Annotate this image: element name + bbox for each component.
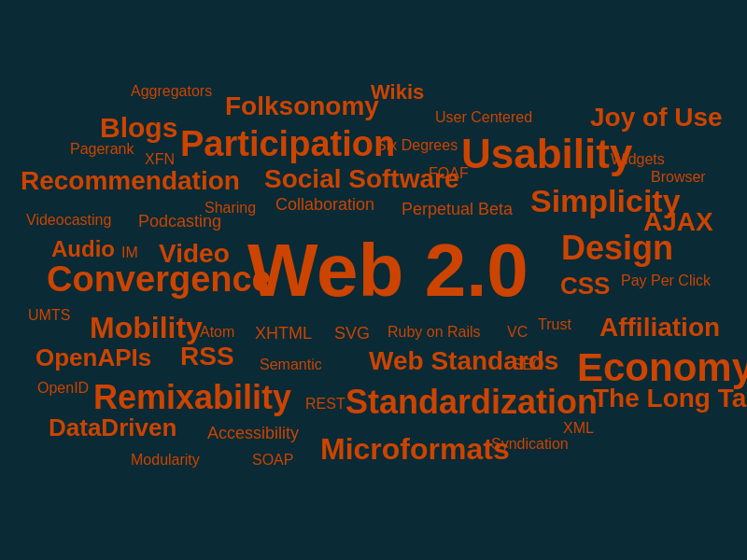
word-remixability: Remixability [93, 381, 291, 414]
word-foaf: FOAF [429, 166, 469, 181]
word-modularity: Modularity [131, 453, 200, 468]
word-xhtml: XHTML [255, 325, 312, 342]
word-browser: Browser [651, 170, 706, 185]
word-svg: SVG [334, 325, 370, 342]
word-atom: Atom [200, 325, 234, 340]
word-ajax: AJAX [643, 209, 713, 235]
word-pagerank: Pagerank [70, 142, 134, 157]
word-standardization: Standardization [345, 385, 598, 419]
word-affiliation: Affiliation [599, 315, 720, 341]
word-ruby-on-rails: Ruby on Rails [388, 325, 481, 340]
word-audio: Audio [51, 238, 115, 260]
word-vc: VC [507, 325, 528, 340]
word-semantic: Semantic [260, 357, 322, 372]
word-seo: SEO [513, 357, 544, 372]
word-openapis: OpenAPIs [35, 345, 151, 370]
word-cloud: Web 2.0ParticipationFolksonomyUsabilityS… [0, 0, 747, 560]
word-syndication: Syndication [491, 437, 569, 452]
word-design: Design [561, 231, 673, 265]
word-blogs: Blogs [100, 114, 177, 142]
word-rest: REST [305, 397, 345, 412]
word-datadriven: DataDriven [49, 415, 176, 440]
word-six-degrees: Six Degrees [376, 138, 458, 153]
word-joy-of-use: Joy of Use [590, 105, 723, 131]
word-participation: Participation [180, 126, 395, 161]
word-rss: RSS [180, 343, 234, 370]
word-soap: SOAP [252, 453, 293, 468]
word-perpetual-beta: Perpetual Beta [402, 201, 513, 217]
word-xml: XML [563, 421, 594, 436]
word-folksonomy: Folksonomy [225, 93, 379, 119]
word-pay-per-click: Pay Per Click [621, 273, 711, 288]
word-accessibility: Accessibility [207, 425, 299, 441]
word-css: CSS [560, 273, 610, 298]
word-recommendation: Recommendation [21, 168, 240, 194]
word-openid: OpenID [37, 381, 89, 396]
word-trust: Trust [538, 317, 571, 332]
word-microformats: Microformats [320, 434, 510, 464]
word-aggregators: Aggregators [131, 84, 212, 99]
word-web-2.0: Web 2.0 [247, 233, 529, 308]
word-videocasting: Videocasting [26, 213, 111, 228]
word-the-long-tail: The Long Tail [593, 385, 747, 412]
word-usability: Usability [461, 133, 632, 175]
word-collaboration: Collaboration [275, 196, 374, 213]
word-im: IM [121, 245, 138, 260]
word-umts: UMTS [28, 308, 70, 323]
word-wikis: Wikis [371, 82, 424, 103]
word-mobility: Mobility [90, 313, 203, 343]
word-user-centered: User Centered [435, 110, 532, 125]
word-podcasting: Podcasting [138, 213, 221, 230]
word-widgets: Widgets [611, 152, 665, 167]
word-economy: Economy [577, 348, 747, 387]
word-xfn: XFN [145, 152, 175, 167]
word-video: Video [159, 241, 230, 267]
